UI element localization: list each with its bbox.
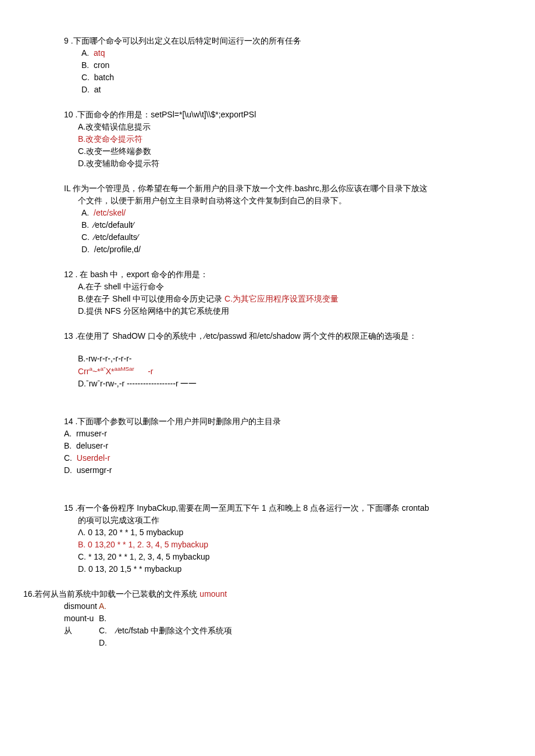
- q11-stem2: 个文件，以便于新用户创立主目录时自动将这个文件复制到自己的目录下。: [23, 195, 512, 207]
- q15-text1: .有一个备份程序 InybaCkup,需要在周一至周五下午 1 点和晚上 8 点…: [75, 503, 429, 513]
- label-c: C.: [99, 625, 116, 637]
- question-14: 14 .下面哪个参数可以删除一个用户并同时删除用户的主目录 A. rmuser-…: [23, 415, 512, 476]
- q11-num: IL: [64, 184, 70, 193]
- opt-c-text: batch: [94, 73, 114, 82]
- q11-opt-b: B. ∕etc/default∕: [23, 219, 512, 231]
- q14-num: 14: [64, 417, 73, 426]
- q15-opt-a: Λ. 0 13, 20 * * 1, 5 mybackup: [23, 526, 512, 539]
- label-c: C.: [81, 73, 90, 82]
- q14-stem: 14 .下面哪个参数可以删除一个用户并同时删除用户的主目录: [23, 415, 512, 428]
- q16-stem: 16.若何从当前系统中卸载一个已装载的文件系统 umount: [23, 588, 512, 600]
- q10-stem: 10 .下面命令的作用是：setPSl=*[\u\w\t]\\$*;export…: [23, 109, 512, 121]
- q11-text1: 作为一个管理员，你希望在每一个新用户的目录下放一个文件.bashrc,那么你应该…: [73, 184, 427, 193]
- q14-opt-b: B. deluser-r: [23, 440, 512, 452]
- label-d: D.: [81, 85, 90, 94]
- opt-d-text: at: [94, 85, 101, 94]
- q9-opt-a: A. atq: [23, 47, 512, 59]
- q13-text: .在使用了 ShadOW 口令的系统中，∕etc/passwd 和/etc/sh…: [75, 331, 416, 341]
- label-b: B.: [64, 441, 72, 450]
- label-b: B.: [99, 612, 116, 625]
- q12-opt-d: D.提供 NFS 分区给网络中的其它系统使用: [23, 305, 512, 317]
- label-d: D.: [81, 245, 90, 254]
- q16-num: 16.: [23, 589, 34, 599]
- q12-num: 12: [64, 270, 73, 279]
- c-frag5: X*: [106, 367, 115, 376]
- q13-opt-b: B.-rw-r-r-,-r-r-r-: [23, 353, 512, 365]
- opt-d-text: /etc/profile,d/: [94, 245, 141, 254]
- q12-opt-a: A.在子 shell 中运行命令: [23, 281, 512, 293]
- q11-stem1: IL 作为一个管理员，你希望在每一个新用户的目录下放一个文件.bashrc,那么…: [23, 182, 512, 195]
- q16-c-text: ∕etc/fstab 中删除这个文件系统项: [116, 625, 512, 637]
- label-d: D.: [64, 465, 72, 475]
- q13-num: 13: [64, 331, 73, 341]
- c-frag6: aaMSar: [115, 366, 134, 372]
- opt-a-text: /etc/skel/: [94, 208, 126, 217]
- q15-opt-c: C. * 13, 20 * * 1, 2, 3, 4, 5 mybackup: [23, 551, 512, 563]
- q15-opt-b: B. 0 13,20 * * 1, 2. 3, 4, 5 mybackup: [23, 539, 512, 551]
- q13-opt-c: Crra~*a''X*aaMSar -r: [23, 365, 512, 378]
- q14-opt-c: C. Userdel-r: [23, 452, 512, 464]
- opt-b-text: B.使在子 Shell 中可以使用命令历史记录: [78, 294, 222, 303]
- c-frag1: Crr: [78, 367, 89, 376]
- opt-b-text: deluser-r: [76, 441, 108, 450]
- q13-opt-d: D.ˉrwˉr-rw-,-r ------------------r 一一: [23, 378, 512, 390]
- label-a: A.: [99, 600, 116, 612]
- opt-c-text: Userdel-r: [77, 453, 110, 463]
- opt-b-text: cron: [94, 60, 109, 70]
- q14-text: .下面哪个参数可以删除一个用户并同时删除用户的主目录: [75, 417, 281, 426]
- q10-opt-c: C.改变一些终端参数: [23, 145, 512, 157]
- question-11: IL 作为一个管理员，你希望在每一个新用户的目录下放一个文件.bashrc,那么…: [23, 182, 512, 256]
- label-c: C.: [64, 453, 72, 463]
- q12-stem: 12 . 在 bash 中，export 命令的作用是：: [23, 268, 512, 281]
- label-a: A.: [81, 48, 89, 58]
- q9-text: .下面哪个命令可以列出定义在以后特定时间运行一次的所有任务: [71, 36, 301, 45]
- c-frag3: ~*: [92, 367, 101, 376]
- q16-b-text: mount-u: [64, 612, 99, 625]
- opt-b-text: ∕etc/default∕: [94, 220, 134, 230]
- q11-opt-a: A. /etc/skel/: [23, 207, 512, 219]
- label-d: D.: [99, 637, 116, 649]
- q16-answer: umount: [199, 589, 227, 599]
- q14-opt-d: D. usermgr-r: [23, 464, 512, 476]
- q16-row-a: dismount A.: [23, 600, 512, 612]
- q12-opt-bc: B.使在子 Shell 中可以使用命令历史记录 C.为其它应用程序设置环境变量: [23, 293, 512, 305]
- q10-text: .下面命令的作用是：setPSl=*[\u\w\t]\\$*;exportPSl: [75, 110, 256, 119]
- q10-opt-b: B.改变命令提示符: [23, 133, 512, 145]
- label-b: B.: [81, 220, 89, 230]
- question-15: 15 .有一个备份程序 InybaCkup,需要在周一至周五下午 1 点和晚上 …: [23, 502, 512, 575]
- q15-num: 15: [64, 503, 73, 513]
- q10-num: 10: [64, 110, 73, 119]
- c-frag4: a'': [101, 366, 106, 372]
- q15-stem2: 的项可以完成这项工作: [23, 514, 512, 526]
- q10-opt-a: A.改变错误信息提示: [23, 121, 512, 133]
- question-9: 9 .下面哪个命令可以列出定义在以后特定时间运行一次的所有任务 A. atq B…: [23, 35, 512, 96]
- q16-row-c: 从 C. ∕etc/fstab 中删除这个文件系统项: [23, 625, 512, 637]
- q16-c-prefix: 从: [64, 625, 99, 637]
- question-12: 12 . 在 bash 中，export 命令的作用是： A.在子 shell …: [23, 268, 512, 317]
- q9-opt-d: D. at: [23, 84, 512, 96]
- label-a: A.: [64, 429, 72, 438]
- question-16: 16.若何从当前系统中卸载一个已装载的文件系统 umount dismount …: [23, 588, 512, 649]
- label-a: A.: [81, 208, 89, 217]
- q11-opt-d: D. /etc/profile,d/: [23, 243, 512, 256]
- q12-text: . 在 bash 中，export 命令的作用是：: [75, 270, 208, 279]
- q10-opt-d: D.改变辅助命令提示符: [23, 157, 512, 170]
- question-10: 10 .下面命令的作用是：setPSl=*[\u\w\t]\\$*;export…: [23, 109, 512, 170]
- c-frag7: -r: [148, 367, 153, 376]
- opt-c-text: ∕etc/defaults∕: [94, 232, 138, 242]
- label-b: B.: [81, 60, 89, 70]
- q16-a-text: dismount: [64, 600, 99, 612]
- q13-stem: 13 .在使用了 ShadOW 口令的系统中，∕etc/passwd 和/etc…: [23, 330, 512, 342]
- label-c: C.: [81, 232, 90, 242]
- opt-a-text: rmuser-r: [76, 429, 107, 438]
- q15-opt-d: D. 0 13, 20 1,5 * * mybackup: [23, 563, 512, 575]
- q9-num: 9: [64, 36, 69, 45]
- question-13: 13 .在使用了 ShadOW 口令的系统中，∕etc/passwd 和/etc…: [23, 330, 512, 390]
- q16-row-b: mount-u B.: [23, 612, 512, 625]
- q16-row-d: D.: [23, 637, 512, 649]
- q15-stem1: 15 .有一个备份程序 InybaCkup,需要在周一至周五下午 1 点和晚上 …: [23, 502, 512, 514]
- opt-c-text: C.为其它应用程序设置环境变量: [222, 294, 338, 303]
- q14-opt-a: A. rmuser-r: [23, 428, 512, 440]
- opt-a-text: atq: [94, 48, 105, 58]
- q16-text: 若何从当前系统中卸载一个已装载的文件系统: [34, 589, 199, 599]
